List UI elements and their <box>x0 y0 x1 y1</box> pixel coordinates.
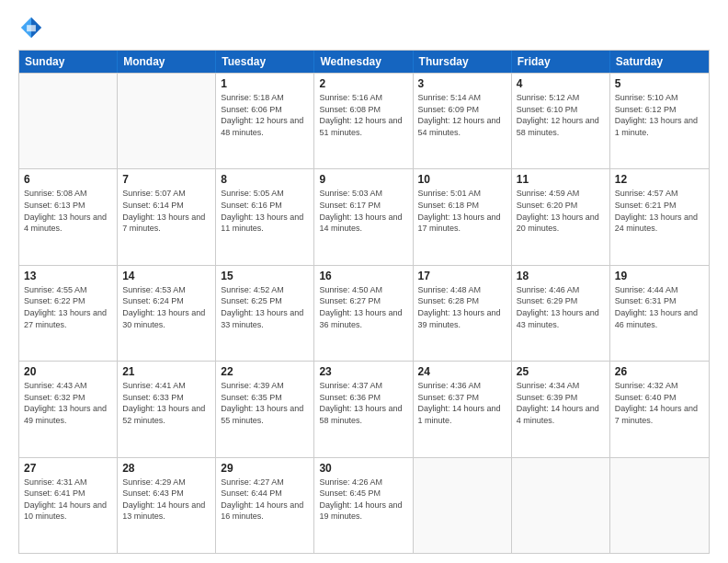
day-info: Sunrise: 4:46 AM Sunset: 6:29 PM Dayligh… <box>517 284 605 330</box>
day-number: 3 <box>418 77 506 90</box>
day-number: 13 <box>24 270 112 282</box>
day-number: 28 <box>122 462 210 475</box>
table-row: 11Sunrise: 4:59 AM Sunset: 6:20 PM Dayli… <box>512 169 610 264</box>
day-info: Sunrise: 4:41 AM Sunset: 6:33 PM Dayligh… <box>122 380 210 426</box>
day-info: Sunrise: 4:55 AM Sunset: 6:22 PM Dayligh… <box>24 284 112 330</box>
day-info: Sunrise: 4:50 AM Sunset: 6:27 PM Dayligh… <box>319 284 407 330</box>
day-info: Sunrise: 4:52 AM Sunset: 6:25 PM Dayligh… <box>221 284 309 330</box>
calendar-row-1: 1Sunrise: 5:18 AM Sunset: 6:06 PM Daylig… <box>19 73 709 168</box>
day-info: Sunrise: 4:48 AM Sunset: 6:28 PM Dayligh… <box>418 284 506 330</box>
day-info: Sunrise: 4:31 AM Sunset: 6:41 PM Dayligh… <box>24 477 112 523</box>
calendar-row-2: 6Sunrise: 5:08 AM Sunset: 6:13 PM Daylig… <box>19 168 709 264</box>
day-info: Sunrise: 4:32 AM Sunset: 6:40 PM Dayligh… <box>615 380 704 426</box>
calendar-row-3: 13Sunrise: 4:55 AM Sunset: 6:22 PM Dayli… <box>19 265 709 361</box>
day-info: Sunrise: 4:37 AM Sunset: 6:36 PM Dayligh… <box>319 380 407 426</box>
calendar-body: 1Sunrise: 5:18 AM Sunset: 6:06 PM Daylig… <box>19 73 709 553</box>
table-row: 15Sunrise: 4:52 AM Sunset: 6:25 PM Dayli… <box>216 266 314 361</box>
day-number: 8 <box>221 173 309 186</box>
header-thursday: Thursday <box>414 51 512 73</box>
day-info: Sunrise: 4:27 AM Sunset: 6:44 PM Dayligh… <box>221 477 309 523</box>
table-row: 30Sunrise: 4:26 AM Sunset: 6:45 PM Dayli… <box>314 458 413 553</box>
table-row: 28Sunrise: 4:29 AM Sunset: 6:43 PM Dayli… <box>118 458 216 553</box>
day-info: Sunrise: 5:18 AM Sunset: 6:06 PM Dayligh… <box>221 92 309 138</box>
day-number: 21 <box>122 365 210 378</box>
day-number: 30 <box>319 462 407 475</box>
day-number: 17 <box>418 270 506 282</box>
day-info: Sunrise: 4:57 AM Sunset: 6:21 PM Dayligh… <box>615 188 704 234</box>
day-number: 4 <box>517 77 605 90</box>
day-info: Sunrise: 5:14 AM Sunset: 6:09 PM Dayligh… <box>418 92 506 138</box>
day-number: 18 <box>517 270 605 282</box>
table-row: 5Sunrise: 5:10 AM Sunset: 6:12 PM Daylig… <box>610 74 709 168</box>
table-row: 20Sunrise: 4:43 AM Sunset: 6:32 PM Dayli… <box>19 362 118 456</box>
header-sunday: Sunday <box>19 51 118 73</box>
table-row: 21Sunrise: 4:41 AM Sunset: 6:33 PM Dayli… <box>118 362 216 456</box>
day-number: 16 <box>319 270 407 282</box>
calendar-row-5: 27Sunrise: 4:31 AM Sunset: 6:41 PM Dayli… <box>19 457 709 553</box>
day-number: 12 <box>615 173 704 186</box>
header-monday: Monday <box>118 51 216 73</box>
table-row: 16Sunrise: 4:50 AM Sunset: 6:27 PM Dayli… <box>314 266 413 361</box>
table-row: 23Sunrise: 4:37 AM Sunset: 6:36 PM Dayli… <box>314 362 413 456</box>
table-row: 14Sunrise: 4:53 AM Sunset: 6:24 PM Dayli… <box>118 266 216 361</box>
day-number: 2 <box>319 77 407 90</box>
day-number: 19 <box>615 270 704 282</box>
day-number: 22 <box>221 365 309 378</box>
day-number: 14 <box>122 270 210 282</box>
day-number: 23 <box>319 365 407 378</box>
day-number: 26 <box>615 365 704 378</box>
day-info: Sunrise: 5:12 AM Sunset: 6:10 PM Dayligh… <box>517 92 605 138</box>
day-number: 15 <box>221 270 309 282</box>
table-row: 22Sunrise: 4:39 AM Sunset: 6:35 PM Dayli… <box>216 362 314 456</box>
day-info: Sunrise: 4:29 AM Sunset: 6:43 PM Dayligh… <box>122 477 210 523</box>
table-row <box>610 458 709 553</box>
header-friday: Friday <box>512 51 610 73</box>
table-row: 10Sunrise: 5:01 AM Sunset: 6:18 PM Dayli… <box>414 169 512 264</box>
table-row: 4Sunrise: 5:12 AM Sunset: 6:10 PM Daylig… <box>512 74 610 168</box>
day-number: 24 <box>418 365 506 378</box>
header-wednesday: Wednesday <box>314 51 413 73</box>
table-row: 1Sunrise: 5:18 AM Sunset: 6:06 PM Daylig… <box>216 74 314 168</box>
header-tuesday: Tuesday <box>216 51 314 73</box>
table-row: 25Sunrise: 4:34 AM Sunset: 6:39 PM Dayli… <box>512 362 610 456</box>
table-row: 17Sunrise: 4:48 AM Sunset: 6:28 PM Dayli… <box>414 266 512 361</box>
table-row: 12Sunrise: 4:57 AM Sunset: 6:21 PM Dayli… <box>610 169 709 264</box>
table-row: 8Sunrise: 5:05 AM Sunset: 6:16 PM Daylig… <box>216 169 314 264</box>
day-number: 20 <box>24 365 112 378</box>
calendar-row-4: 20Sunrise: 4:43 AM Sunset: 6:32 PM Dayli… <box>19 361 709 456</box>
day-info: Sunrise: 5:07 AM Sunset: 6:14 PM Dayligh… <box>122 188 210 234</box>
day-number: 7 <box>122 173 210 186</box>
day-number: 29 <box>221 462 309 475</box>
day-info: Sunrise: 4:53 AM Sunset: 6:24 PM Dayligh… <box>122 284 210 330</box>
table-row: 27Sunrise: 4:31 AM Sunset: 6:41 PM Dayli… <box>19 458 118 553</box>
day-number: 10 <box>418 173 506 186</box>
day-info: Sunrise: 4:39 AM Sunset: 6:35 PM Dayligh… <box>221 380 309 426</box>
svg-rect-2 <box>27 25 36 31</box>
day-info: Sunrise: 4:43 AM Sunset: 6:32 PM Dayligh… <box>24 380 112 426</box>
day-info: Sunrise: 5:16 AM Sunset: 6:08 PM Dayligh… <box>319 92 407 138</box>
table-row <box>512 458 610 553</box>
table-row: 2Sunrise: 5:16 AM Sunset: 6:08 PM Daylig… <box>314 74 413 168</box>
table-row: 9Sunrise: 5:03 AM Sunset: 6:17 PM Daylig… <box>314 169 413 264</box>
table-row: 26Sunrise: 4:32 AM Sunset: 6:40 PM Dayli… <box>610 362 709 456</box>
day-number: 25 <box>517 365 605 378</box>
day-info: Sunrise: 5:03 AM Sunset: 6:17 PM Dayligh… <box>319 188 407 234</box>
table-row: 19Sunrise: 4:44 AM Sunset: 6:31 PM Dayli… <box>610 266 709 361</box>
day-number: 6 <box>24 173 112 186</box>
table-row: 18Sunrise: 4:46 AM Sunset: 6:29 PM Dayli… <box>512 266 610 361</box>
table-row: 13Sunrise: 4:55 AM Sunset: 6:22 PM Dayli… <box>19 266 118 361</box>
calendar-header: Sunday Monday Tuesday Wednesday Thursday… <box>19 51 709 73</box>
table-row: 29Sunrise: 4:27 AM Sunset: 6:44 PM Dayli… <box>216 458 314 553</box>
table-row <box>118 74 216 168</box>
day-number: 5 <box>615 77 704 90</box>
day-info: Sunrise: 5:01 AM Sunset: 6:18 PM Dayligh… <box>418 188 506 234</box>
table-row: 7Sunrise: 5:07 AM Sunset: 6:14 PM Daylig… <box>118 169 216 264</box>
table-row: 6Sunrise: 5:08 AM Sunset: 6:13 PM Daylig… <box>19 169 118 264</box>
table-row: 3Sunrise: 5:14 AM Sunset: 6:09 PM Daylig… <box>414 74 512 168</box>
day-info: Sunrise: 4:36 AM Sunset: 6:37 PM Dayligh… <box>418 380 506 426</box>
calendar: Sunday Monday Tuesday Wednesday Thursday… <box>18 50 710 554</box>
day-info: Sunrise: 5:10 AM Sunset: 6:12 PM Dayligh… <box>615 92 704 138</box>
day-number: 1 <box>221 77 309 90</box>
table-row <box>414 458 512 553</box>
day-number: 9 <box>319 173 407 186</box>
